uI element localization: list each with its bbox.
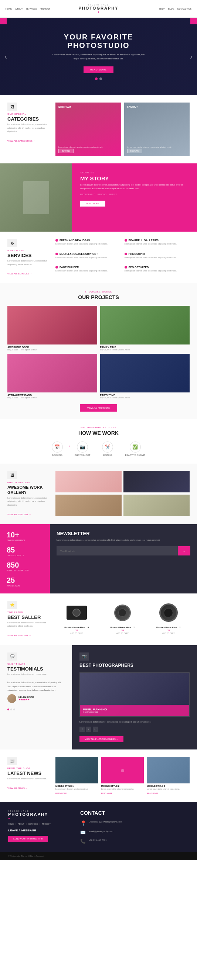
service-0-title: FRESH AND NEW IDEAS: [55, 239, 121, 242]
nav-home[interactable]: HOME: [6, 8, 12, 10]
hero-cta-button[interactable]: READ MORE: [83, 67, 114, 73]
product-0-name: Product Name Here... 3: [55, 626, 98, 628]
news-1-desc: Lorem ipsum dolor sit amet consectetur.: [101, 788, 144, 791]
gallery-info: 🖼 PHOTO GALLERY AWESOME WORK Gallery Lor…: [7, 471, 50, 516]
hero-dot-2[interactable]: [99, 78, 102, 80]
stat-3-num: 25: [6, 576, 43, 585]
news-2-read-more[interactable]: READ MORE: [147, 792, 190, 794]
facebook-icon[interactable]: f: [80, 727, 85, 732]
footer: STUDIO NAME PHOTOGRAPHY ● HOME | ABOUT |…: [0, 802, 197, 852]
camera-body-icon: [55, 601, 98, 625]
howwork-step-0: 📅 BOOKING: [52, 442, 63, 456]
projects-header: SHOWCASE WORKS OUR PROJECTS: [7, 291, 190, 300]
twitter-icon[interactable]: t: [86, 727, 91, 732]
project-img-concert: [100, 354, 190, 393]
story-read-more-button[interactable]: READ MORE: [80, 200, 105, 207]
seller-label: TOP RATED: [7, 611, 50, 613]
photographers-title: BEST PHOTOGRAPHERS: [80, 663, 190, 668]
view-all-seller-link[interactable]: VIEW ALL GALLERY →: [7, 635, 31, 636]
booking-label: BOOKING: [52, 454, 62, 456]
nav-shop[interactable]: SHOP: [159, 8, 165, 10]
news-card-1: ● MOBILE STYLE 2 Lorem ipsum dolor sit a…: [101, 757, 144, 794]
testimonials-title: TESTIMONIALS: [7, 666, 65, 671]
gallery-section: 🖼 PHOTO GALLERY AWESOME WORK Gallery Lor…: [0, 464, 197, 524]
fashion-card-label: FASHION: [127, 105, 139, 108]
nav-services[interactable]: SERVICES: [26, 8, 37, 10]
news-img-girl: [55, 757, 98, 783]
footer-nav-project[interactable]: PROJECT: [42, 823, 50, 825]
submit-icon: ✅: [130, 442, 141, 453]
view-all-photographers-button[interactable]: VIEW ALL PHOTOGRAPHERS →: [80, 736, 123, 742]
fashion-booking-button[interactable]: BOOKING: [127, 149, 142, 153]
services-icon: ⚙: [7, 239, 17, 247]
howwork-arrow-0: →: [67, 443, 71, 449]
add-to-cart-2[interactable]: ADD TO CART: [147, 632, 190, 635]
photographer-featured-name: MIKEL MANNING: [83, 708, 186, 711]
news-0-desc: Lorem ipsum dolor sit amet consectetur.: [55, 788, 98, 791]
logo-title: PHOTOGRAPHY: [79, 6, 119, 10]
service-item-1: BEAUTIFUL GALLERIES Lorem ipsum dolor si…: [125, 239, 190, 249]
footer-nav-services[interactable]: SERVICES: [29, 823, 38, 825]
nav-contact[interactable]: CONTACT US: [178, 8, 191, 10]
service-item-0: FRESH AND NEW IDEAS Lorem ipsum dolor si…: [55, 239, 121, 249]
services-description: Lorem ipsum dolor sit amet, consectetur …: [7, 259, 50, 266]
footer-nav-about[interactable]: ABOUT: [18, 823, 24, 825]
view-all-gallery-link[interactable]: VIEW ALL GALLERY →: [7, 514, 31, 515]
project-img-headphones: [7, 354, 97, 393]
gallery-grid: [55, 471, 190, 516]
seller-product-0: Product Name Here... 3 $$ ADD TO CART: [55, 601, 98, 638]
instagram-icon[interactable]: in: [93, 727, 98, 732]
categories-title: CATEGORIES: [7, 116, 50, 122]
footer-nav-home[interactable]: HOME: [8, 823, 14, 825]
footer-logo-dot: ●: [8, 817, 73, 820]
view-all-projects-button[interactable]: VIEW ALL PROJECTS: [80, 404, 117, 412]
hero-arrow-left[interactable]: ‹: [5, 52, 7, 61]
view-all-services-link[interactable]: VIEW ALL SERVICES →: [7, 272, 32, 275]
footer-contact: CONTACT 📍 Address: 123 Photography Stree…: [80, 810, 189, 844]
service-5-desc: Lorem ipsum dolor sit amet, consectetur …: [125, 270, 190, 272]
service-item-3: PHILOSOPHY Lorem ipsum dolor sit amet, c…: [125, 253, 190, 262]
newsletter-email-input[interactable]: [56, 546, 178, 555]
news-description: Lorem ipsum dolor sit amet consectetur.: [7, 777, 50, 781]
editing-icon: ✂️: [102, 442, 113, 453]
news-1-read-more[interactable]: READ MORE: [101, 792, 144, 794]
view-all-categories-link[interactable]: VIEW ALL CATEGORIES →: [7, 140, 35, 142]
howwork-arrow-2: →: [117, 443, 121, 449]
gallery-label: PHOTO GALLERY: [7, 481, 50, 484]
newsletter-title: NEWSLETTER: [56, 531, 191, 536]
footer-tagline: LEAVE A MESSAGE: [8, 829, 73, 832]
seller-info: ⭐ TOP RATED BEST SALLER Lorem ipsum dolo…: [7, 601, 50, 638]
category-card-fashion: FASHION Lorem ipsum dolor sit amet conse…: [124, 103, 190, 156]
newsletter-submit-button[interactable]: →: [178, 546, 191, 555]
add-to-cart-1[interactable]: ADD TO CART: [101, 632, 143, 635]
newsletter-description: Lorem ipsum dolor sit amet, consectetur …: [56, 538, 191, 542]
nav-about[interactable]: ABOUT: [15, 8, 23, 10]
nav-project[interactable]: PROJECT: [40, 8, 50, 10]
stat-2-num: 850: [6, 561, 43, 570]
hero-corner-tr: [191, 18, 197, 24]
project-card-2: ATTRACTIVE BAND May 25,2018 · Three Spac…: [7, 354, 97, 399]
contact-item-1: ✉️ email@photography.com: [80, 830, 189, 835]
birthday-booking-button[interactable]: BOOKING: [58, 149, 74, 153]
submit-label: READY TO SUBMIT: [125, 454, 145, 456]
services-title: SERVICES: [7, 253, 50, 258]
footer-logo: PHOTOGRAPHY: [8, 812, 73, 817]
news-0-read-more[interactable]: READ MORE: [55, 792, 98, 794]
stat-item-2: 850 PROJECTS COMPLETED: [6, 561, 43, 572]
product-2-name: Product Name Here... 2: [147, 626, 190, 628]
add-to-cart-0[interactable]: ADD TO CART: [55, 632, 98, 635]
product-0-price: $$: [55, 629, 98, 632]
hero-dot-1[interactable]: [95, 78, 98, 80]
footer-form-button[interactable]: SEND YOUR PHOTOGRAPH: [8, 836, 48, 842]
photographers-icon: 📷: [80, 652, 89, 660]
editing-label: EDITING: [103, 454, 112, 456]
hero-arrow-right[interactable]: ›: [190, 52, 192, 61]
nav-blog[interactable]: BLOG: [168, 8, 175, 10]
birthday-card-label: BIRTHDAY: [58, 105, 72, 108]
location-icon: 📍: [80, 820, 86, 826]
service-2-title: MULTI-LANGUAGES SUPPORT: [55, 253, 121, 255]
service-4-title: PAGE BUILDER: [55, 266, 121, 269]
stats-newsletter-section: 10+ YEARS EXPERIENCE 85 TRUSTED CLIENTS …: [0, 524, 197, 593]
view-all-news-link[interactable]: VIEW ALL NEWS →: [7, 787, 27, 789]
story-section: ABOUT ME MY STORY Lorem ipsum dolor sit …: [0, 163, 197, 232]
